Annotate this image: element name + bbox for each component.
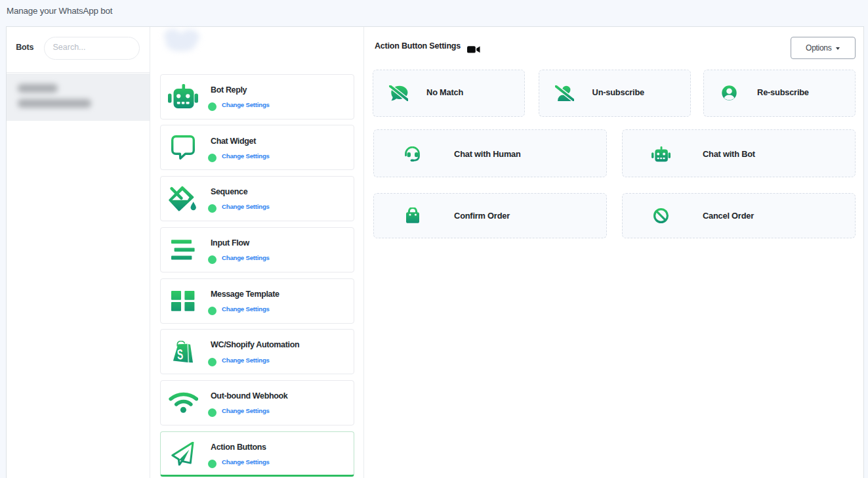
svg-text:S: S (176, 347, 184, 363)
